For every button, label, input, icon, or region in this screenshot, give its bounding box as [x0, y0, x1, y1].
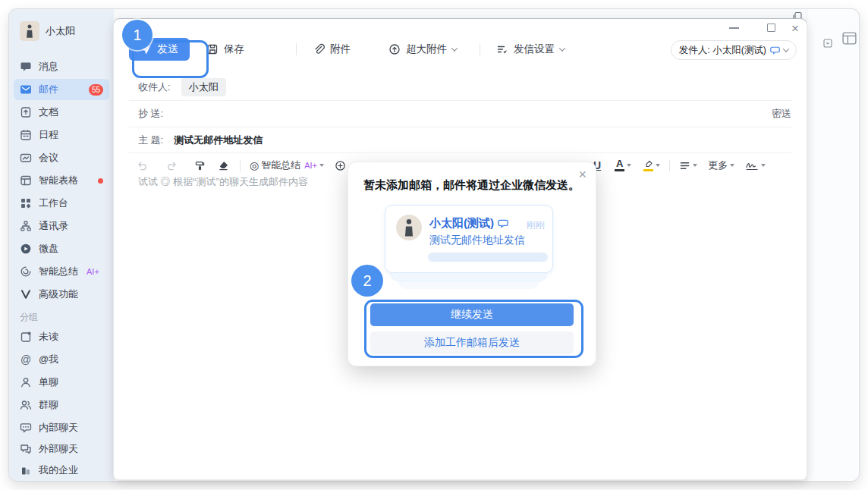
sidebar-item-contacts[interactable]: 通讯录 — [14, 215, 109, 237]
sidebar-item-drive[interactable]: 微盘 — [14, 238, 109, 259]
send-settings-button[interactable]: 发信设置 — [496, 38, 565, 61]
caret-down-icon — [656, 164, 660, 167]
at-icon: @ — [20, 353, 32, 366]
avatar — [20, 21, 39, 41]
recipient-row[interactable]: 收件人: 小太阳 — [129, 74, 791, 101]
large-attachment-button[interactable]: 超大附件 — [388, 38, 457, 61]
sidebar-item-advanced[interactable]: 高级功能 — [14, 284, 109, 305]
doc-icon — [20, 106, 32, 118]
drive-icon — [20, 243, 32, 255]
cc-row[interactable]: 抄 送: 密送 — [129, 101, 791, 127]
body-placeholder[interactable]: 试试 ◎ 根据“测试”的聊天生成邮件内容 — [138, 175, 308, 189]
collapse-panel-icon[interactable] — [823, 37, 832, 51]
notification-dot — [98, 178, 103, 184]
editor-toolbar-right: U A 更多 — [593, 156, 766, 174]
undo-icon[interactable] — [137, 160, 148, 171]
preview-subject: 测试无邮件地址发信 — [429, 234, 525, 247]
sidebar-item-calendar[interactable]: 日程 — [14, 124, 109, 146]
preview-sender-name: 小太阳(测试) — [429, 216, 508, 231]
sidebar-item-docs[interactable]: 文档 — [14, 102, 109, 123]
cc-label: 抄 送: — [138, 107, 163, 121]
sidebar-item-smart-table[interactable]: 智能表格 — [14, 170, 109, 191]
paperclip-icon — [313, 43, 325, 55]
main-window: 小太阳 消息 邮件 55 文档 日程 会议 — [9, 9, 859, 481]
clear-format-icon[interactable] — [218, 160, 229, 171]
unread-count-badge: 55 — [89, 84, 103, 96]
subject-input[interactable]: 测试无邮件地址发信 — [174, 133, 263, 147]
wechat-bubble-icon — [770, 46, 780, 55]
right-strip — [807, 9, 859, 481]
subject-row[interactable]: 主 题: 测试无邮件地址发信 — [129, 127, 791, 153]
profile[interactable]: 小太阳 — [20, 21, 75, 41]
caret-down-icon — [693, 164, 697, 167]
contacts-icon — [20, 220, 32, 232]
sender-selector[interactable]: 发件人: 小太阳(测试) — [671, 40, 797, 60]
signature-icon[interactable] — [745, 160, 766, 171]
recipient-chip[interactable]: 小太阳 — [181, 78, 226, 96]
caret-down-icon — [761, 164, 766, 167]
wechat-bubble-icon — [498, 218, 508, 229]
advanced-icon — [20, 288, 32, 300]
more-menu[interactable]: 更多 — [708, 159, 734, 172]
sidebar-item-meeting[interactable]: 会议 — [14, 147, 109, 168]
ai-swirl-icon: ◎ — [250, 159, 259, 171]
attachment-button[interactable]: 附件 — [313, 38, 351, 61]
bcc-toggle[interactable]: 密送 — [772, 107, 791, 121]
editor-toolbar-left: ◎ 智能总结 AI+ — [137, 156, 346, 174]
send-settings-icon — [496, 43, 508, 55]
ai-plus-tag: AI+ — [304, 161, 317, 170]
layout-toggle-icon[interactable] — [841, 30, 857, 49]
caret-down-icon — [319, 164, 324, 167]
smart-table-icon — [20, 174, 32, 187]
chevron-down-icon — [559, 45, 565, 51]
screenshot-canvas: 小太阳 消息 邮件 55 文档 日程 会议 — [0, 0, 868, 490]
minimize-compose-icon[interactable] — [729, 27, 739, 29]
subject-label: 主 题: — [138, 133, 163, 147]
sidebar-item-messages[interactable]: 消息 — [14, 56, 109, 77]
editor-divider — [669, 160, 670, 171]
caret-down-icon — [627, 164, 631, 167]
profile-name: 小太阳 — [46, 24, 75, 38]
sidebar-item-my-company[interactable]: 我的企业 — [14, 460, 109, 481]
workbench-icon — [20, 197, 32, 209]
align-icon[interactable] — [679, 160, 697, 171]
sidebar-item-at-me[interactable]: @ @我 — [14, 349, 109, 370]
stacked-card-edge — [398, 281, 539, 289]
dialog-title: 暂未添加邮箱，邮件将通过企业微信发送。 — [363, 177, 580, 193]
highlight-color-icon[interactable] — [643, 160, 660, 171]
sidebar-item-single-chat[interactable]: 单聊 — [14, 372, 109, 393]
redo-icon[interactable] — [166, 160, 178, 171]
meeting-icon — [20, 152, 32, 164]
chevron-down-icon — [783, 46, 789, 52]
font-color-icon[interactable]: A — [615, 159, 631, 171]
chevron-down-icon — [451, 45, 458, 51]
people-icon — [20, 399, 32, 411]
stacked-card-edge — [391, 273, 547, 281]
format-painter-icon[interactable] — [194, 160, 206, 171]
maximize-compose-icon[interactable] — [767, 24, 775, 32]
editor-divider — [240, 160, 241, 171]
sidebar-item-external-chat[interactable]: 外部聊天 — [14, 438, 109, 460]
sidebar-item-workbench[interactable]: 工作台 — [14, 193, 109, 214]
close-compose-icon[interactable]: × — [791, 20, 799, 37]
toolbar-divider — [480, 43, 480, 55]
tutorial-step2-badge: 2 — [351, 265, 383, 297]
sidebar-item-group-chat[interactable]: 群聊 — [14, 394, 109, 416]
preview-avatar — [396, 215, 422, 240]
insert-icon[interactable] — [335, 160, 346, 171]
chat-icon — [20, 61, 32, 73]
smart-summary-icon — [20, 265, 32, 278]
tutorial-step1-badge: 1 — [122, 20, 153, 50]
calendar-icon — [20, 129, 32, 141]
sidebar: 小太阳 消息 邮件 55 文档 日程 会议 — [9, 9, 114, 481]
caret-down-icon — [730, 164, 734, 167]
sidebar-item-unread[interactable]: 未读 — [14, 326, 109, 347]
save-button[interactable]: 保存 — [206, 38, 244, 61]
sidebar-item-smart-summary[interactable]: 智能总结 AI+ — [14, 261, 109, 282]
ai-summary-button[interactable]: ◎ 智能总结 AI+ — [250, 159, 324, 172]
unread-icon — [20, 331, 32, 343]
large-attachment-icon — [388, 43, 401, 55]
sidebar-item-mail[interactable]: 邮件 55 — [14, 79, 109, 100]
group-header: 分组 — [20, 311, 38, 324]
sidebar-item-internal-chat[interactable]: 内部聊天 — [14, 417, 109, 438]
